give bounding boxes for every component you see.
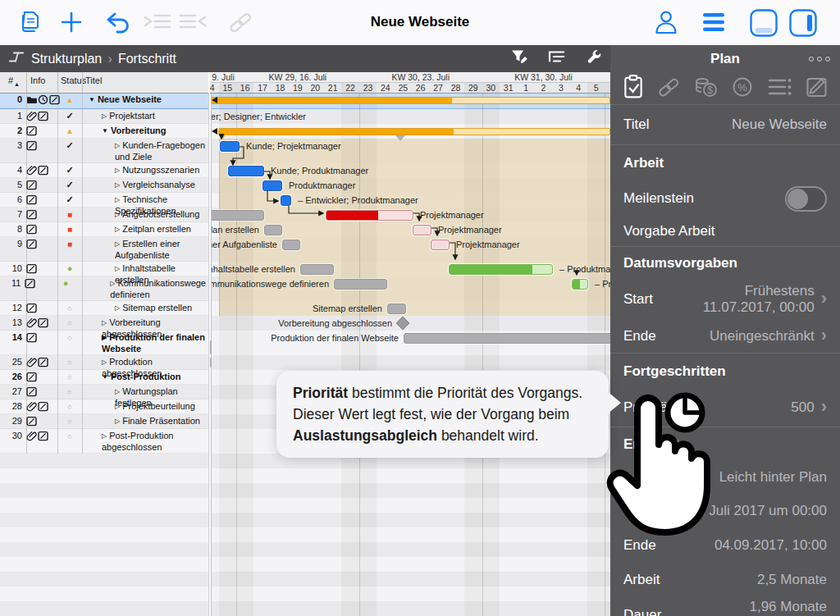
table-row[interactable]: 29○▷Finale Präsentation <box>0 414 208 429</box>
disclosure-open-icon[interactable]: ▼ <box>102 373 108 381</box>
settings-wrench-icon[interactable] <box>585 48 602 69</box>
row-title: ▷Projektstart <box>82 109 208 122</box>
table-row[interactable]: 28○▷Projektbeurteilung <box>0 399 208 414</box>
timeline-header[interactable]: 9. JuliKW 29, 16. JuliKW 30, 23. JuliKW … <box>210 72 610 94</box>
disclosure-leaf-icon[interactable]: ▷ <box>115 142 120 149</box>
table-row[interactable]: 27○▷Wartungsplan festlegen <box>0 385 208 399</box>
disclosure-leaf-icon[interactable]: ▷ <box>102 432 107 440</box>
timeline-day-cell: 21 <box>324 83 342 93</box>
tab-plan-clipboard-icon[interactable] <box>621 75 646 103</box>
right-panel-toggle-icon[interactable] <box>788 8 818 41</box>
tab-costs-icon[interactable]: $ <box>694 75 719 102</box>
table-row[interactable]: 9■▷Erstellen einer Aufgabenliste <box>0 237 208 262</box>
note-icon <box>26 194 37 205</box>
disclosure-leaf-icon[interactable]: ▷ <box>102 112 107 120</box>
disclosure-open-icon[interactable]: ▼ <box>102 127 108 135</box>
disclosure-leaf-icon[interactable]: ▷ <box>115 418 120 425</box>
row-info-icons <box>26 262 57 274</box>
row-status-icon: ○ <box>57 331 82 342</box>
timeline-day-cell: 19 <box>289 83 307 93</box>
disclosure-leaf-icon[interactable]: ▷ <box>115 211 120 218</box>
menu-icon[interactable] <box>702 12 725 35</box>
disclosure-leaf-icon[interactable]: ▷ <box>102 358 107 366</box>
sort-ascending-icon: ▲ <box>14 81 20 87</box>
tab-links-icon[interactable] <box>657 77 682 100</box>
table-row[interactable]: 13○▷Vorbereitung abgeschlossen <box>0 316 208 331</box>
table-row[interactable]: 6✓▷Technische Spezifikationen <box>0 193 208 208</box>
disclosure-closed-icon[interactable]: ▶ <box>102 334 107 341</box>
table-row[interactable]: 30○▷Post-Produktion abgeschlossen <box>0 429 208 454</box>
disclosure-leaf-icon[interactable]: ▷ <box>115 265 120 272</box>
clip-icon <box>26 111 37 121</box>
note-icon <box>25 278 35 289</box>
disclosure-leaf-icon[interactable]: ▷ <box>115 388 120 395</box>
disclosure-leaf-icon[interactable]: ▷ <box>115 167 120 174</box>
disclosure-leaf-icon[interactable]: ▷ <box>115 304 120 312</box>
column-info[interactable]: Info <box>30 75 45 85</box>
clip-icon <box>26 431 37 441</box>
tab-progress-icon[interactable]: % <box>730 75 755 102</box>
project-content-area: Kunde; ProjektmanagerKunde; Produktmanag… <box>0 93 610 616</box>
disclosure-leaf-icon[interactable]: ▷ <box>102 319 107 326</box>
meilenstein-toggle[interactable] <box>785 186 827 212</box>
note-icon <box>26 386 37 397</box>
row-status-icon: ○ <box>57 301 82 313</box>
bottom-panel-toggle-icon[interactable] <box>749 8 778 41</box>
note-icon <box>26 209 37 220</box>
table-row[interactable]: 5✓▷Vergleichsanalyse <box>0 178 208 193</box>
tab-notes-icon[interactable] <box>805 75 829 103</box>
timeline-week-header <box>605 72 610 83</box>
timeline-day-cell: 2 <box>535 83 553 93</box>
disclosure-leaf-icon[interactable]: ▷ <box>110 280 115 287</box>
table-row[interactable]: 0▲▼Neue Webseite <box>0 93 208 109</box>
table-row[interactable]: 7■▷Angebotserstellung <box>0 208 208 222</box>
breadcrumb-subview[interactable]: Fortschritt <box>118 52 176 66</box>
outline-options-icon[interactable] <box>548 50 565 68</box>
chevron-right-icon: › <box>821 398 827 416</box>
row-status-icon: ○ <box>57 385 82 396</box>
filter-icon[interactable] <box>511 49 528 69</box>
row-title: ▷Post-Produktion abgeschlossen <box>82 429 208 453</box>
disclosure-leaf-icon[interactable]: ▷ <box>115 403 120 410</box>
table-row[interactable]: 1✓▷Projektstart <box>0 109 208 124</box>
table-row[interactable]: 3✓▷Kunden-Fragebogen und Ziele <box>0 139 208 163</box>
breadcrumb-view[interactable]: Strukturplan <box>31 52 102 66</box>
timeline-day-cell: 16 <box>236 83 254 93</box>
disclosure-open-icon[interactable]: ▼ <box>89 96 95 103</box>
table-row[interactable]: 11●▷Kommunikationswege definieren <box>0 276 208 301</box>
disclosure-leaf-icon[interactable]: ▷ <box>115 240 120 248</box>
field-titel[interactable]: Titel Neue Webseite <box>610 105 840 144</box>
user-icon[interactable] <box>654 9 678 39</box>
timeline-day-cell: 26 <box>412 83 430 93</box>
disclosure-leaf-icon[interactable]: ▷ <box>115 226 120 233</box>
table-gantt-divider[interactable] <box>208 93 212 616</box>
field-start-constraint[interactable]: Start Frühestens 11.07.2017, 00:00 › <box>610 279 840 320</box>
column-number[interactable]: # <box>8 75 13 85</box>
table-row[interactable]: 14○▶Produktion der finalen Webseite <box>0 331 208 355</box>
note-icon <box>26 224 37 235</box>
note-icon <box>38 357 48 367</box>
breadcrumb-separator: › <box>107 51 112 67</box>
timeline-day-cell: 28 <box>447 83 465 93</box>
table-row[interactable]: 25○▷Produktion abgeschlossen <box>0 355 208 370</box>
table-row[interactable]: 12○▷Sitemap erstellen <box>0 301 208 316</box>
field-erwartet-arbeit: Arbeit 2,5 Monate <box>610 563 840 597</box>
column-titel[interactable]: Titel <box>85 75 102 85</box>
timeline-day-cell: 18 <box>272 83 290 93</box>
note-icon <box>26 125 37 136</box>
table-row[interactable]: 8■▷Zeitplan erstellen <box>0 222 208 237</box>
row-status-icon: ● <box>54 276 77 288</box>
table-row[interactable]: 26○▼Post-Produktion <box>0 370 208 385</box>
table-row[interactable]: 10●▷Inhaltstabelle erstellen <box>0 262 208 276</box>
disclosure-leaf-icon[interactable]: ▷ <box>115 181 120 189</box>
table-row[interactable]: 2▲▼Vorbereitung <box>0 124 208 139</box>
field-vorgabe-arbeit[interactable]: Vorgabe Arbeit <box>610 217 840 246</box>
table-row[interactable]: 4✓▷Nutzungsszenarien <box>0 163 208 178</box>
note-icon <box>38 111 48 121</box>
timeline-day-cell: 30 <box>482 83 500 93</box>
field-ende-constraint[interactable]: Ende Uneingeschränkt › <box>610 320 840 353</box>
disclosure-leaf-icon[interactable]: ▷ <box>115 196 120 203</box>
gantt-chart[interactable]: Kunde; ProjektmanagerKunde; Produktmanag… <box>212 93 610 616</box>
more-options-icon[interactable] <box>809 57 830 62</box>
tab-list-icon[interactable] <box>767 76 793 101</box>
